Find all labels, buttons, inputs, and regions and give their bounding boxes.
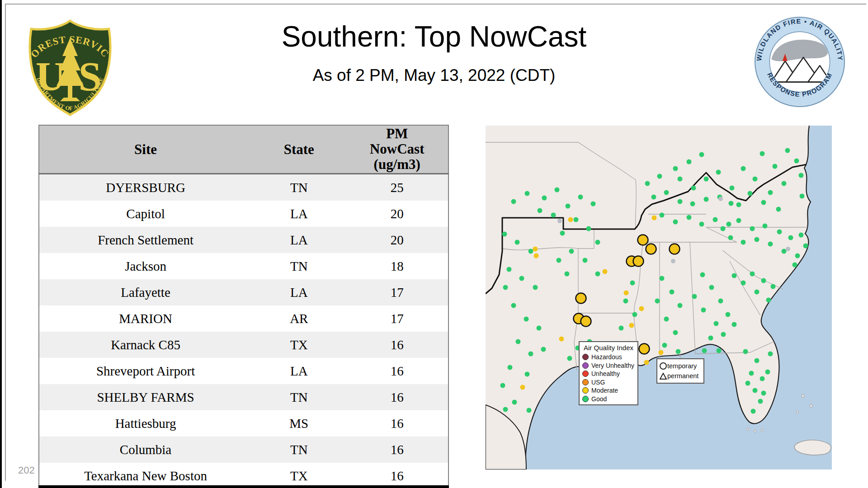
good-site-marker	[700, 272, 705, 277]
value-cell: 17	[346, 305, 448, 332]
good-site-marker	[542, 196, 547, 201]
good-site-marker	[565, 272, 570, 277]
good-site-marker	[699, 152, 704, 157]
good-site-marker	[692, 294, 697, 299]
table-header-row: Site State PM NowCast (ug/m3)	[39, 125, 448, 174]
good-site-marker	[511, 199, 516, 204]
good-site-marker	[500, 383, 505, 388]
good-site-marker	[732, 322, 737, 327]
temporary-legend-row: temporary	[659, 361, 702, 371]
aqi-legend-swatch	[582, 387, 589, 394]
good-site-marker	[713, 217, 718, 222]
good-site-marker	[586, 226, 591, 231]
good-site-marker	[508, 365, 513, 370]
good-site-marker	[741, 240, 746, 245]
aqi-legend-label: Unhealthy	[591, 370, 620, 377]
footer-date-fragment: 202	[18, 465, 38, 476]
fs-logo-letter-s: S	[78, 53, 101, 99]
aqi-legend-title: Air Quality Index	[582, 344, 635, 352]
table-row: French SettlementLA20	[39, 227, 448, 253]
value-cell: 16	[346, 410, 448, 436]
good-site-marker	[583, 258, 588, 263]
good-site-marker	[755, 290, 760, 295]
good-site-marker	[673, 220, 678, 225]
good-site-marker	[736, 218, 741, 223]
good-site-marker	[743, 349, 748, 354]
good-site-marker	[748, 191, 753, 196]
good-site-marker	[793, 263, 797, 267]
good-site-marker	[528, 352, 533, 357]
good-site-marker	[519, 276, 524, 281]
table-row: Texarkana New BostonTX16	[39, 463, 448, 488]
site-cell: DYERSBURG	[39, 174, 252, 201]
good-site-marker	[704, 177, 709, 182]
page-title: Southern: Top NowCast	[136, 20, 732, 53]
table-row: JacksonTN18	[39, 253, 448, 279]
state-cell: AR	[252, 305, 346, 332]
good-site-marker	[751, 409, 756, 414]
good-site-marker	[524, 317, 529, 322]
good-site-marker	[551, 213, 556, 218]
table-row: Karnack C85TX16	[39, 332, 448, 358]
moderate-site-marker	[659, 350, 664, 355]
good-site-marker	[673, 330, 678, 335]
good-site-marker	[768, 190, 773, 195]
site-cell: Karnack C85	[39, 332, 252, 358]
good-site-marker	[761, 200, 766, 205]
good-site-marker	[761, 278, 766, 283]
aqi-legend-item: Moderate	[582, 386, 635, 395]
site-cell: SHELBY FARMS	[39, 384, 252, 410]
table-row: CapitolLA20	[39, 201, 448, 227]
state-cell: TN	[252, 174, 346, 201]
good-site-marker	[691, 186, 696, 191]
site-cell: Capitol	[39, 201, 252, 227]
state-cell: LA	[252, 279, 346, 305]
aqi-legend-swatch	[582, 354, 589, 360]
state-cell: TX	[252, 332, 346, 358]
good-site-marker	[502, 232, 507, 237]
aqi-legend-swatch	[582, 396, 589, 402]
value-cell: 25	[346, 174, 448, 201]
moderate-site-marker	[639, 306, 644, 311]
marker-type-legend: temporary permanent	[656, 358, 704, 384]
good-site-marker	[755, 237, 760, 242]
moderate-site-marker	[652, 216, 657, 221]
inactive-site-marker	[786, 247, 790, 251]
good-site-marker	[799, 233, 804, 238]
good-site-marker	[761, 391, 766, 396]
good-site-marker	[749, 371, 754, 376]
good-site-marker	[651, 195, 656, 200]
good-site-marker	[512, 400, 517, 405]
good-site-marker	[718, 299, 723, 304]
state-cell: TX	[252, 463, 346, 488]
aqi-legend-swatch	[582, 371, 589, 377]
site-cell: Texarkana New Boston	[39, 463, 252, 488]
good-site-marker	[676, 349, 681, 354]
good-site-marker	[702, 348, 707, 353]
value-cell: 16	[346, 384, 448, 410]
temporary-circle-icon	[659, 362, 667, 370]
aqi-legend: Air Quality Index HazardousVery Unhealth…	[579, 341, 638, 405]
slide-border-left	[5, 4, 6, 481]
state-cell: LA	[252, 227, 346, 253]
good-site-marker	[619, 326, 624, 331]
good-site-marker	[777, 230, 782, 235]
wildland-fire-air-quality-logo: WILDLAND FIRE • AIR QUALITY RESPONSE PRO…	[753, 15, 846, 108]
nowcast-table: Site State PM NowCast (ug/m3) DYERSBURGT…	[38, 125, 449, 488]
slide-border-top	[5, 4, 866, 5]
aqi-legend-label: Moderate	[591, 387, 618, 394]
good-site-marker	[660, 213, 665, 218]
good-site-marker	[766, 298, 771, 303]
value-cell: 16	[346, 463, 448, 488]
inactive-site-marker	[557, 219, 562, 223]
good-site-marker	[574, 217, 579, 222]
good-site-marker	[726, 312, 731, 317]
good-site-marker	[537, 326, 542, 331]
value-cell: 16	[346, 358, 448, 384]
moderate-site-marker	[624, 291, 629, 296]
good-site-marker	[717, 348, 722, 353]
good-site-marker	[745, 381, 750, 386]
good-site-marker	[750, 272, 755, 277]
fs-logo-letter-u: U	[36, 53, 66, 99]
good-site-marker	[768, 352, 773, 357]
